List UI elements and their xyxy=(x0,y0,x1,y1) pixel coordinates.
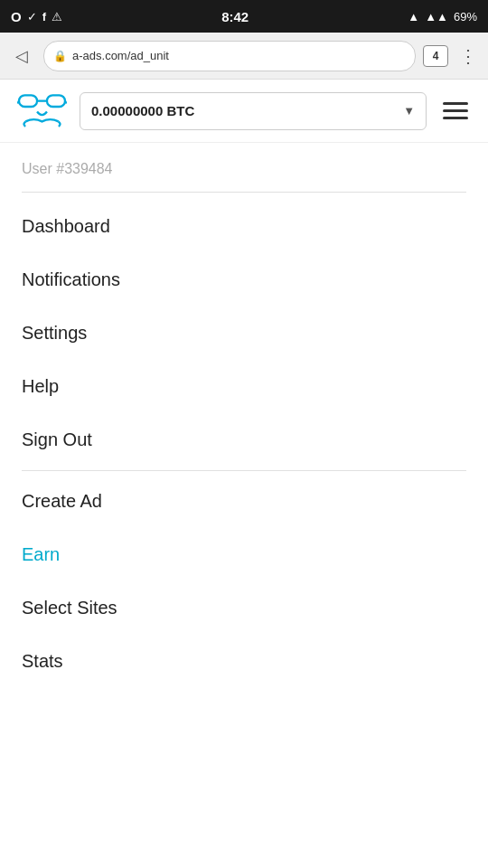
facebook-icon: f xyxy=(42,10,46,24)
logo xyxy=(14,86,69,136)
status-time: 8:42 xyxy=(221,9,249,24)
balance-value: 0.00000000 BTC xyxy=(91,103,194,118)
menu-item-help[interactable]: Help xyxy=(22,360,466,413)
status-bar: O ✓ f ⚠ 8:42 ▲ ▲▲ 69% xyxy=(0,0,488,33)
lock-icon: 🔒 xyxy=(53,50,67,62)
hamburger-line-3 xyxy=(443,117,468,119)
browser-menu-button[interactable]: ⋮ xyxy=(455,42,481,71)
signal-icon: ▲▲ xyxy=(425,10,448,24)
app-header: 0.00000000 BTC ▼ xyxy=(0,80,488,143)
tab-count: 4 xyxy=(433,50,439,62)
logo-svg xyxy=(17,89,67,134)
menu-group-2: Create AdEarnSelect SitesStats xyxy=(22,475,466,688)
opera-icon: O xyxy=(11,9,22,24)
menu-item-earn[interactable]: Earn xyxy=(22,528,466,581)
dropdown-arrow-icon: ▼ xyxy=(403,104,415,118)
menu-list: DashboardNotificationsSettingsHelpSign O… xyxy=(22,193,466,688)
user-section: User #339484 xyxy=(22,143,466,193)
svg-line-4 xyxy=(64,100,66,103)
url-text: a-ads.com/ad_unit xyxy=(72,49,169,62)
wifi-icon: ▲ xyxy=(408,10,419,24)
menu-item-stats[interactable]: Stats xyxy=(22,635,466,688)
tabs-button[interactable]: 4 xyxy=(423,45,448,67)
menu-group-1: DashboardNotificationsSettingsHelpSign O… xyxy=(22,200,466,467)
browser-nav-bar: ◁ 🔒 a-ads.com/ad_unit 4 ⋮ xyxy=(0,33,488,80)
svg-line-3 xyxy=(17,100,19,103)
url-bar[interactable]: 🔒 a-ads.com/ad_unit xyxy=(43,41,416,71)
menu-item-notifications[interactable]: Notifications xyxy=(22,253,466,307)
menu-item-dashboard[interactable]: Dashboard xyxy=(22,200,466,253)
menu-item-settings[interactable]: Settings xyxy=(22,307,466,360)
battery-level: 69% xyxy=(454,10,477,24)
user-id: User #339484 xyxy=(22,161,113,176)
menu-item-create-ad[interactable]: Create Ad xyxy=(22,475,466,528)
status-icons: O ✓ f ⚠ xyxy=(11,9,62,24)
check-icon: ✓ xyxy=(27,10,37,24)
menu-item-select-sites[interactable]: Select Sites xyxy=(22,581,466,635)
svg-rect-0 xyxy=(19,95,37,107)
menu-divider xyxy=(22,470,466,471)
hamburger-menu-button[interactable] xyxy=(437,97,474,125)
hamburger-line-2 xyxy=(443,109,468,112)
menu-content: User #339484 DashboardNotificationsSetti… xyxy=(0,143,488,688)
hamburger-line-1 xyxy=(443,102,468,105)
back-button[interactable]: ◁ xyxy=(7,46,36,66)
balance-button[interactable]: 0.00000000 BTC ▼ xyxy=(80,92,427,130)
status-right-icons: ▲ ▲▲ 69% xyxy=(408,10,477,24)
menu-item-sign-out[interactable]: Sign Out xyxy=(22,413,466,467)
warning-icon: ⚠ xyxy=(52,10,62,24)
svg-rect-1 xyxy=(46,95,64,107)
